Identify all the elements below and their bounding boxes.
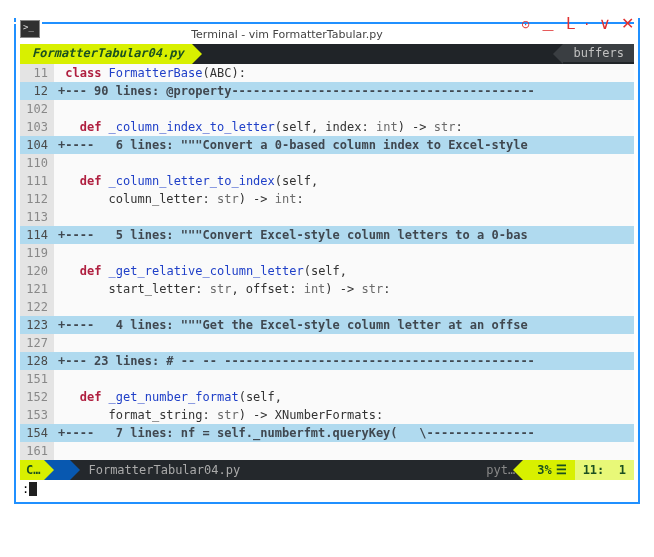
- line-source: +---- 5 lines: """Convert Excel-style co…: [54, 226, 634, 244]
- line-number: 128: [20, 352, 54, 370]
- line-source: start_letter: str, offset: int) -> str:: [54, 280, 634, 298]
- active-buffer-tab[interactable]: FormatterTabular04.py: [20, 44, 192, 64]
- line-number: 127: [20, 334, 54, 352]
- code-line[interactable]: 119: [20, 244, 634, 262]
- line-number: 11: [20, 64, 54, 82]
- line-number: 122: [20, 298, 54, 316]
- window-controls: ⊙ ＿ 𝖫 · ∨ ✕: [521, 16, 634, 32]
- restore-button[interactable]: ∨: [599, 16, 611, 32]
- line-source: [54, 208, 634, 226]
- fold-line[interactable]: 104+---- 6 lines: """Convert a 0-based c…: [20, 136, 634, 154]
- cmd-prefix: :: [22, 482, 29, 496]
- code-line[interactable]: 161: [20, 442, 634, 460]
- line-source: [54, 244, 634, 262]
- vim-editor[interactable]: FormatterTabular04.py buffers 11 class F…: [20, 44, 634, 498]
- line-number: 102: [20, 100, 54, 118]
- line-number: 113: [20, 208, 54, 226]
- line-number: 110: [20, 154, 54, 172]
- line-source: [54, 100, 634, 118]
- line-number: 104: [20, 136, 54, 154]
- fold-line[interactable]: 12+--- 90 lines: @property--------------…: [20, 82, 634, 100]
- window-move-icon[interactable]: ⊙: [521, 19, 530, 30]
- line-number: 154: [20, 424, 54, 442]
- fold-line[interactable]: 123+---- 4 lines: """Get the Excel-style…: [20, 316, 634, 334]
- line-source: +---- 4 lines: """Get the Excel-style co…: [54, 316, 634, 334]
- hamburger-icon: ☰: [556, 463, 567, 477]
- dot-button[interactable]: ·: [585, 16, 589, 32]
- code-line[interactable]: 11 class FormatterBase(ABC):: [20, 64, 634, 82]
- close-button[interactable]: ✕: [621, 16, 634, 32]
- line-source: [54, 442, 634, 460]
- line-number: 152: [20, 388, 54, 406]
- line-source: class FormatterBase(ABC):: [54, 64, 634, 82]
- line-source: +--- 90 lines: @property----------------…: [54, 82, 634, 100]
- line-source: def _column_letter_to_index(self,: [54, 172, 634, 190]
- line-number: 151: [20, 370, 54, 388]
- command-line[interactable]: :: [20, 480, 634, 498]
- code-line[interactable]: 151: [20, 370, 634, 388]
- cursor: [29, 482, 37, 496]
- window-titlebar: Terminal - vim FormatterTabular.py ⊙ ＿ 𝖫…: [20, 22, 634, 44]
- code-line[interactable]: 110: [20, 154, 634, 172]
- percent-segment: 3%☰: [523, 460, 574, 480]
- line-number: 114: [20, 226, 54, 244]
- line-number: 111: [20, 172, 54, 190]
- terminal-icon: [20, 20, 40, 38]
- line-source: [54, 154, 634, 172]
- fold-line[interactable]: 114+---- 5 lines: """Convert Excel-style…: [20, 226, 634, 244]
- line-source: +---- 6 lines: """Convert a 0-based colu…: [54, 136, 634, 154]
- line-number: 112: [20, 190, 54, 208]
- line-source: +--- 23 lines: # -- -- -----------------…: [54, 352, 634, 370]
- code-line[interactable]: 153 format_string: str) -> XNumberFormat…: [20, 406, 634, 424]
- code-line[interactable]: 152 def _get_number_format(self,: [20, 388, 634, 406]
- position-segment: 11: 1: [575, 460, 634, 480]
- line-source: [54, 370, 634, 388]
- line-number: 120: [20, 262, 54, 280]
- line-source: column_letter: str) -> int:: [54, 190, 634, 208]
- code-line[interactable]: 113: [20, 208, 634, 226]
- code-line[interactable]: 127: [20, 334, 634, 352]
- terminal-window: Terminal - vim FormatterTabular.py ⊙ ＿ 𝖫…: [14, 18, 640, 504]
- line-number: 12: [20, 82, 54, 100]
- buffer-tab-bar: FormatterTabular04.py buffers: [20, 44, 634, 64]
- line-number: 161: [20, 442, 54, 460]
- line-source: def _get_number_format(self,: [54, 388, 634, 406]
- buffers-label[interactable]: buffers: [563, 44, 634, 62]
- mode-segment: C…: [20, 460, 44, 480]
- code-line[interactable]: 103 def _column_index_to_letter(self, in…: [20, 118, 634, 136]
- code-line[interactable]: 122: [20, 298, 634, 316]
- code-line[interactable]: 102: [20, 100, 634, 118]
- line-source: [54, 334, 634, 352]
- code-area[interactable]: 11 class FormatterBase(ABC):12+--- 90 li…: [20, 64, 634, 460]
- line-number: 123: [20, 316, 54, 334]
- maximize-button[interactable]: 𝖫: [566, 16, 575, 32]
- line-source: def _column_index_to_letter(self, index:…: [54, 118, 634, 136]
- fold-line[interactable]: 154+---- 7 lines: nf = self._numberfmt.q…: [20, 424, 634, 442]
- line-number: 153: [20, 406, 54, 424]
- line-source: format_string: str) -> XNumberFormats:: [54, 406, 634, 424]
- line-source: [54, 298, 634, 316]
- file-segment: FormatterTabular04.py: [70, 460, 478, 480]
- code-line[interactable]: 111 def _column_letter_to_index(self,: [20, 172, 634, 190]
- line-source: +---- 7 lines: nf = self._numberfmt.quer…: [54, 424, 634, 442]
- minimize-button[interactable]: ＿: [540, 16, 556, 32]
- code-line[interactable]: 121 start_letter: str, offset: int) -> s…: [20, 280, 634, 298]
- line-number: 119: [20, 244, 54, 262]
- status-line: C… FormatterTabular04.py pyt… 3%☰ 11: 1: [20, 460, 634, 480]
- fold-line[interactable]: 128+--- 23 lines: # -- -- --------------…: [20, 352, 634, 370]
- line-number: 121: [20, 280, 54, 298]
- code-line[interactable]: 112 column_letter: str) -> int:: [20, 190, 634, 208]
- line-number: 103: [20, 118, 54, 136]
- code-line[interactable]: 120 def _get_relative_column_letter(self…: [20, 262, 634, 280]
- line-source: def _get_relative_column_letter(self,: [54, 262, 634, 280]
